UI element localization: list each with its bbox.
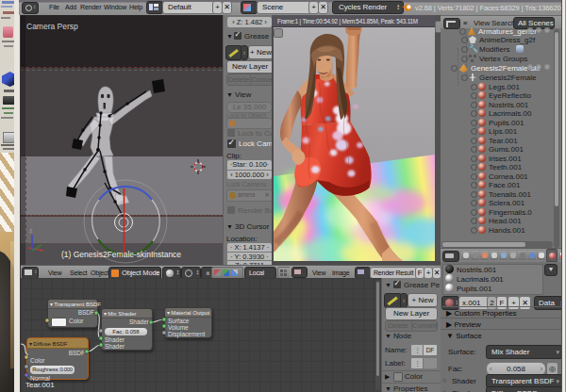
svg-text:z: z [29,227,33,234]
